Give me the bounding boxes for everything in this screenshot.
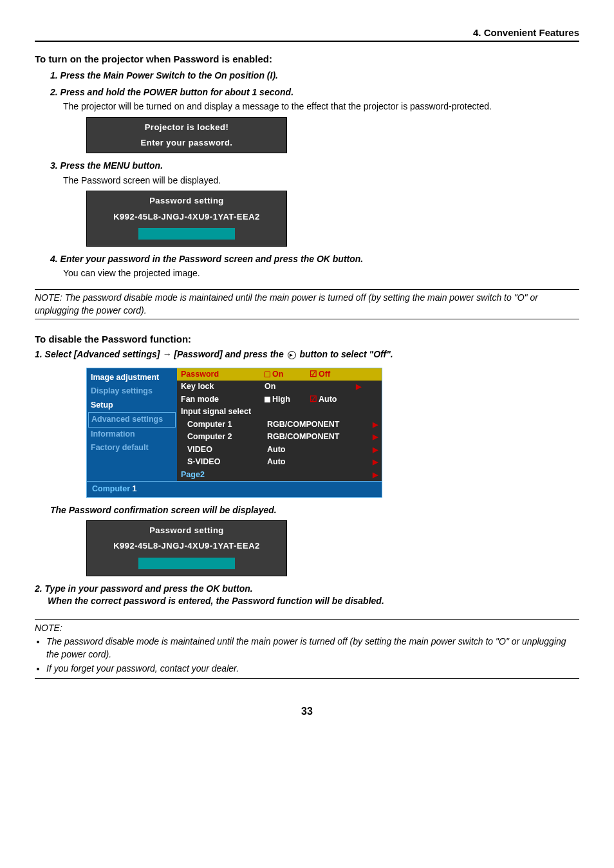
a: ▶ (371, 432, 378, 442)
l: VIDEO (181, 444, 265, 456)
osd-pw1-title: Password setting (87, 191, 286, 211)
l: Page2 (181, 469, 265, 481)
mr-off: ☑Off (310, 369, 355, 381)
menu-left-0: Image adjustment (91, 371, 173, 385)
note-2-item-1: If you forget your password, contact you… (46, 663, 579, 675)
menu-left-5: Factory default (91, 441, 173, 455)
menu-left-panel: Image adjustment Display settings Setup … (87, 368, 177, 482)
a: ▶ (371, 457, 378, 467)
osd-locked-line2: Enter your password. (87, 137, 286, 153)
t2: Auto (319, 395, 337, 404)
t: High (272, 395, 290, 404)
step-3-body: The Password screen will be displayed. (63, 175, 579, 187)
a: ▶ (355, 382, 361, 392)
l: Input signal select (181, 406, 251, 418)
v: RGB/COMPONENT (265, 431, 371, 443)
osd-password-setting-2: Password setting K992-45L8-JNGJ-4XU9-1YA… (86, 520, 287, 576)
osd-pw2-input (138, 558, 235, 569)
step-4-body: You can view the projected image. (63, 267, 579, 280)
right-button-icon (288, 351, 296, 359)
osd-pw1-input (138, 228, 235, 240)
menu-left-4: Information (91, 428, 173, 442)
menu-row-password: Password On ☑Off (177, 368, 382, 381)
ds1b: [Password] and press the (171, 349, 286, 359)
footer-a: Computer (92, 484, 130, 493)
menu-left-1: Display settings (91, 384, 173, 399)
v: High (265, 394, 310, 406)
disable-step-2b: When the correct password is entered, th… (48, 595, 579, 608)
mr-on-t: On (272, 370, 283, 379)
l: Fan mode (181, 394, 265, 406)
menu-row-comp1: Computer 1 RGB/COMPONENT ▶ (177, 419, 382, 431)
note-2-item-0: The password disable mode is maintained … (46, 636, 579, 661)
step-1: 1. Press the Main Power Switch to the On… (50, 70, 579, 82)
l: Computer 2 (181, 431, 265, 443)
menu-left-3: Advanced settings (88, 412, 176, 428)
v: Auto (265, 457, 371, 468)
step-2-body: The projector will be turned on and disp… (63, 100, 579, 113)
menu-row-fanmode: Fan mode High ☑Auto (177, 393, 382, 406)
menu-left-2: Setup (91, 399, 173, 413)
ds1c: button to select "Off". (297, 349, 393, 359)
check-icon: ☑ (310, 395, 317, 404)
confirm-step: The Password confirmation screen will be… (50, 504, 579, 517)
disable-step-1: 1. Select [Advanced settings] → [Passwor… (35, 348, 579, 361)
heading-disable: To disable the Password function: (35, 332, 579, 346)
page-number: 33 (35, 704, 579, 719)
osd-pw1-code: K992-45L8-JNGJ-4XU9-1YAT-EEA2 (87, 211, 286, 227)
osd-pw2-title: Password setting (87, 521, 286, 540)
a: ▶ (371, 420, 378, 429)
box-icon (265, 397, 270, 402)
osd-menu: Image adjustment Display settings Setup … (86, 368, 382, 498)
menu-right-panel: Password On ☑Off Key lock On ▶ Fan mode … (177, 368, 382, 482)
arrow-icon: → (162, 349, 171, 359)
osd-locked-line1: Projector is locked! (87, 118, 286, 137)
menu-row-comp2: Computer 2 RGB/COMPONENT ▶ (177, 431, 382, 444)
l: Key lock (181, 381, 265, 393)
menu-row-page2: Page2 ▶ (177, 469, 382, 482)
menu-row-svideo: S-VIDEO Auto ▶ (177, 456, 382, 469)
heading-turn-on: To turn on the projector when Password i… (35, 52, 579, 66)
ds1a: 1. Select [Advanced settings] (35, 349, 162, 359)
step-3: 3. Press the MENU button. (50, 160, 579, 173)
a: ▶ (371, 445, 378, 455)
checkbox-icon (265, 372, 270, 377)
l: Computer 1 (181, 419, 265, 431)
osd-password-setting-1: Password setting K992-45L8-JNGJ-4XU9-1YA… (86, 191, 287, 246)
step-4: 4. Enter your password in the Password s… (50, 253, 579, 266)
menu-row-video: VIDEO Auto ▶ (177, 444, 382, 457)
l: S-VIDEO (181, 457, 265, 468)
menu-row-inputselect: Input signal select (177, 406, 382, 419)
disable-step-2a: 2. Type in your password and press the O… (35, 583, 579, 596)
v2: ☑Auto (310, 394, 355, 406)
v: Auto (265, 444, 371, 456)
mr-off-t: Off (319, 370, 330, 379)
osd-locked: Projector is locked! Enter your password… (86, 117, 287, 153)
section-header: 4. Convenient Features (35, 26, 579, 42)
v: On (265, 381, 310, 393)
a: ▶ (371, 470, 378, 480)
footer-b: 1 (133, 484, 137, 493)
step-2: 2. Press and hold the POWER button for a… (50, 86, 579, 99)
menu-footer: Computer 1 (87, 481, 382, 497)
check-icon: ☑ (310, 370, 317, 379)
v: RGB/COMPONENT (265, 419, 371, 431)
menu-row-keylock: Key lock On ▶ (177, 381, 382, 393)
mr-label: Password (181, 369, 265, 381)
mr-on: On (265, 369, 310, 381)
note-1: NOTE: The password disable mode is maint… (35, 289, 579, 319)
note-2: NOTE: The password disable mode is maint… (35, 619, 579, 679)
note-2-heading: NOTE: (35, 622, 579, 635)
osd-pw2-code: K992-45L8-JNGJ-4XU9-1YAT-EEA2 (87, 540, 286, 556)
